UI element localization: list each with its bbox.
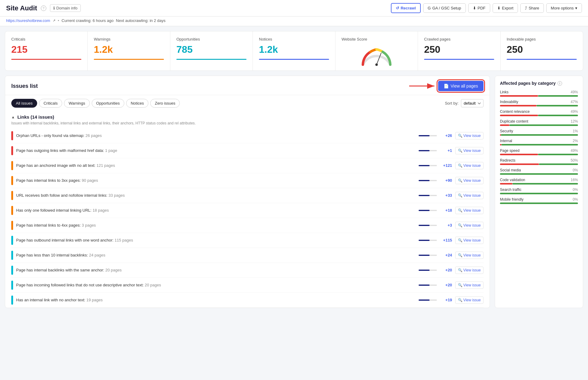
view-issue-button[interactable]: 🔍 View issue bbox=[455, 267, 484, 274]
issue-row: Has only one followed internal linking U… bbox=[11, 203, 484, 218]
recrawl-button[interactable]: ↺ Recrawl bbox=[391, 3, 421, 13]
help-icon[interactable]: ? bbox=[41, 5, 46, 11]
issue-row: Page has internal links to 3xx pages: 90… bbox=[11, 173, 484, 188]
view-issue-button[interactable]: 🔍 View issue bbox=[455, 296, 484, 304]
issue-mini-bar bbox=[419, 225, 437, 226]
filter-all-issues[interactable]: All issues bbox=[11, 99, 37, 108]
category-label: Internal bbox=[500, 139, 512, 143]
category-label: Links bbox=[500, 90, 508, 94]
category-label-row: Redirects50% bbox=[500, 158, 578, 163]
issue-text: Page has outbound internal links with on… bbox=[16, 238, 416, 242]
category-bar bbox=[500, 95, 578, 97]
sort-label: Sort by: bbox=[445, 101, 459, 106]
issue-mini-bar bbox=[419, 285, 437, 286]
stat-warnings-label: Warnings bbox=[94, 37, 164, 41]
category-pct: 50% bbox=[571, 158, 578, 163]
category-bar-green bbox=[512, 183, 578, 185]
filter-opportunities[interactable]: Opportunities bbox=[92, 99, 124, 108]
view-issue-button[interactable]: 🔍 View issue bbox=[455, 222, 484, 229]
recrawl-icon: ↺ bbox=[396, 6, 399, 10]
issue-row: Page has less than 10 internal backlinks… bbox=[11, 248, 484, 263]
info-icon[interactable]: i bbox=[558, 81, 562, 86]
issue-row: Page has internal backlinks with the sam… bbox=[11, 263, 484, 278]
category-label-row: Internal2% bbox=[500, 139, 578, 143]
svg-line-1 bbox=[377, 53, 381, 65]
category-pct: 0% bbox=[573, 168, 578, 172]
issues-title: Issues list bbox=[11, 83, 38, 89]
category-row: Internal2% bbox=[500, 139, 578, 145]
view-issue-button[interactable]: 🔍 View issue bbox=[455, 132, 484, 139]
category-bar-green bbox=[538, 95, 578, 97]
view-all-pages-button[interactable]: 📄 View all pages bbox=[438, 81, 484, 91]
issue-mini-bar bbox=[419, 255, 437, 256]
sort-select[interactable]: default bbox=[461, 99, 484, 107]
search-icon: 🔍 bbox=[458, 193, 462, 198]
issue-count: +18 bbox=[440, 208, 452, 213]
view-issue-button[interactable]: 🔍 View issue bbox=[455, 207, 484, 214]
issue-text: Has an internal link with no anchor text… bbox=[16, 298, 416, 302]
stat-website-score: Website Score 58 bbox=[335, 31, 418, 70]
category-pct: 49% bbox=[571, 109, 578, 114]
stat-crawled-label: Crawled pages bbox=[424, 37, 494, 41]
category-row: Mobile friendly0% bbox=[500, 197, 578, 204]
view-issue-button[interactable]: 🔍 View issue bbox=[455, 252, 484, 259]
more-options-button[interactable]: More options ▾ bbox=[546, 3, 582, 13]
category-bar-green bbox=[538, 154, 578, 155]
view-issue-button[interactable]: 🔍 View issue bbox=[455, 177, 484, 184]
category-label: Duplicate content bbox=[500, 119, 528, 124]
issue-text: Orphan URLs - only found via sitemap: 26… bbox=[16, 133, 416, 138]
gauge-container: 58 bbox=[342, 44, 412, 66]
category-pct: 2% bbox=[573, 139, 578, 143]
issue-mini-bar bbox=[419, 240, 437, 241]
category-row: Redirects50% bbox=[500, 158, 578, 165]
category-row: Duplicate content12% bbox=[500, 119, 578, 126]
stat-indexable-pages: Indexable pages 250 bbox=[501, 31, 583, 70]
category-row: Search traffic0% bbox=[500, 188, 578, 194]
collapse-icon[interactable]: ▲ bbox=[11, 115, 15, 119]
search-icon: 🔍 bbox=[458, 149, 462, 153]
search-icon: 🔍 bbox=[458, 163, 462, 168]
view-issue-button[interactable]: 🔍 View issue bbox=[455, 237, 484, 244]
view-all-container: 📄 View all pages bbox=[438, 81, 484, 91]
category-label-row: Links49% bbox=[500, 90, 578, 94]
export-button[interactable]: ⬇ Export bbox=[493, 3, 518, 13]
view-issue-button[interactable]: 🔍 View issue bbox=[455, 281, 484, 289]
view-issue-button[interactable]: 🔍 View issue bbox=[455, 192, 484, 199]
stat-notices-bar bbox=[259, 59, 329, 60]
category-pct: 49% bbox=[571, 90, 578, 94]
chevron-down-icon: ▾ bbox=[575, 6, 577, 10]
category-bar bbox=[500, 193, 578, 194]
stat-crawled-value: 250 bbox=[424, 44, 494, 55]
filter-row: All issues Criticals Warnings Opportunit… bbox=[5, 95, 490, 111]
view-issue-button[interactable]: 🔍 View issue bbox=[455, 162, 484, 169]
stat-opportunities-label: Opportunities bbox=[176, 37, 246, 41]
category-bar bbox=[500, 163, 578, 165]
issues-header: Issues list 📄 View all pages bbox=[5, 76, 490, 95]
category-bar-green bbox=[500, 193, 578, 194]
filter-criticals[interactable]: Criticals bbox=[39, 99, 62, 108]
share-button[interactable]: ⤴ Share bbox=[520, 3, 544, 13]
category-label-row: Mobile friendly0% bbox=[500, 197, 578, 202]
category-bar-red bbox=[500, 105, 537, 106]
category-bar bbox=[500, 105, 578, 106]
filter-zero-issues[interactable]: Zero issues bbox=[150, 99, 180, 108]
issue-text: Page has outgoing links with malformed h… bbox=[16, 148, 416, 153]
domain-info-button[interactable]: ℹ Domain info bbox=[50, 4, 81, 12]
category-label-row: Security1% bbox=[500, 129, 578, 133]
view-issue-button[interactable]: 🔍 View issue bbox=[455, 147, 484, 154]
section-header-title: Links (14 issues) bbox=[17, 114, 54, 120]
ga-gsc-button[interactable]: G GA / GSC Setup bbox=[423, 3, 466, 13]
filter-notices[interactable]: Notices bbox=[126, 99, 148, 108]
sort-row: Sort by: default bbox=[445, 99, 484, 107]
site-url-link[interactable]: https://sureshotbrew.com bbox=[6, 18, 50, 23]
category-bar bbox=[500, 134, 578, 136]
issue-severity-indicator bbox=[11, 236, 13, 245]
pdf-button[interactable]: ⬇ PDF bbox=[468, 3, 490, 13]
filter-warnings[interactable]: Warnings bbox=[64, 99, 90, 108]
category-bar-green bbox=[509, 124, 578, 126]
search-icon: 🔍 bbox=[458, 178, 462, 183]
category-bar bbox=[500, 154, 578, 155]
category-bar-green bbox=[501, 144, 578, 145]
search-icon: 🔍 bbox=[458, 223, 462, 228]
category-bar-green bbox=[539, 163, 578, 165]
